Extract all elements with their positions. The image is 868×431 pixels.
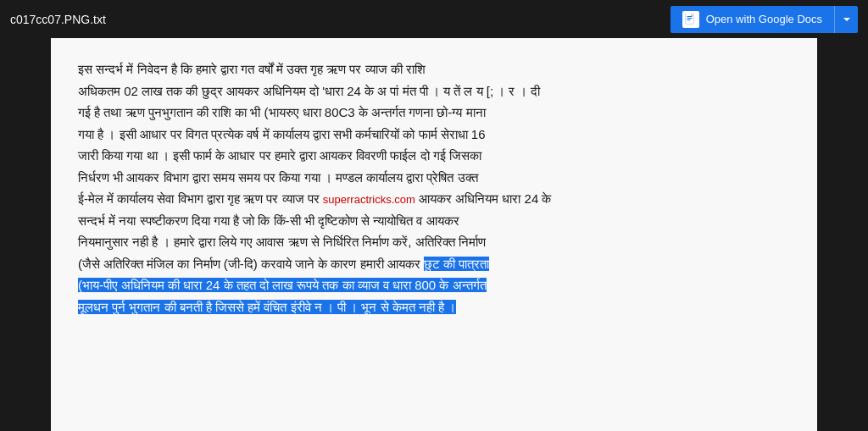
svg-rect-2 <box>687 16 692 17</box>
text-line-9: नियमानुसार नही है । हमारे द्वारा लिये गए… <box>78 231 790 253</box>
text-content: इस सन्दर्भ में निवेदन है कि हमारे द्वारा… <box>78 58 790 318</box>
text-line-5: जारी किया गया था । इसी फार्म के आधार पर … <box>78 145 790 167</box>
text-line-1: इस सन्दर्भ में निवेदन है कि हमारे द्वारा… <box>78 58 790 80</box>
text-line-11: (भाय-पीए अधिनियम की धारा 24 के तहत दो ला… <box>78 274 790 296</box>
text-line-2: अधिकतम 02 लाख तक की छुद्र आयकर अधिनियम द… <box>78 80 790 102</box>
top-bar: c017cc07.PNG.txt Open with Google Docs <box>0 0 868 38</box>
open-with-google-docs-button[interactable]: Open with Google Docs <box>670 6 834 33</box>
text-line-12: मूलधन पुर्न भुगतान की बनती है जिससे हमें… <box>78 296 790 318</box>
google-docs-icon <box>682 11 699 28</box>
watermark: superractricks.com <box>323 193 415 206</box>
svg-rect-4 <box>687 19 690 20</box>
open-button-label: Open with Google Docs <box>706 13 822 25</box>
svg-rect-3 <box>687 18 692 19</box>
text-line-6: निर्धरण भी आयकर विभाग द्वारा समय समय पर … <box>78 167 790 189</box>
text-line-7: ई-मेल में कार्यालय सेवा विभाग द्वारा गृह… <box>78 188 790 210</box>
highlight-1: छुट की पात्रता <box>424 257 489 271</box>
content-area: इस सन्दर्भ में निवेदन है कि हमारे द्वारा… <box>51 38 817 431</box>
open-button-group: Open with Google Docs <box>670 6 858 33</box>
highlight-3: मूलधन पुर्न भुगतान की बनती है जिससे हमें… <box>78 300 456 314</box>
text-line-10: (जैसे अतिरिक्त मंजिल का निर्माण (जी-दि) … <box>78 253 790 275</box>
highlight-2: (भाय-पीए अधिनियम की धारा 24 के तहत दो ला… <box>78 278 487 292</box>
text-line-4: गया है । इसी आधार पर विगत प्रत्येक वर्ष … <box>78 124 790 146</box>
text-line-8: सन्दर्भ में नया स्पष्टीकरण दिया गया है ज… <box>78 210 790 232</box>
open-dropdown-button[interactable] <box>834 6 858 33</box>
text-line-3: गई है तथा ऋण पुनभुगतान की राशि का भी (भा… <box>78 102 790 124</box>
file-title: c017cc07.PNG.txt <box>10 13 106 26</box>
